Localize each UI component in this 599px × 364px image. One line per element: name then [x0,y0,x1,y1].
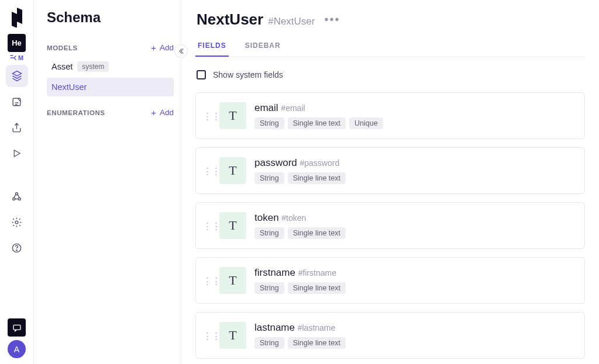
system-tag: system [77,61,109,72]
field-pill: Single line text [288,227,346,239]
model-header: NextUser #NextUser ••• [197,11,585,29]
model-item-nextuser[interactable]: NextUser [47,78,174,96]
user-avatar[interactable]: A [8,340,26,358]
field-pill: Single line text [288,337,346,349]
field-pill: String [254,117,284,129]
nav-help[interactable] [6,237,28,259]
field-api-id: #token [281,213,306,223]
field-name: token [254,212,281,223]
field-name: password [254,157,300,168]
field-name: email [254,102,281,113]
nav-content[interactable] [6,91,28,113]
field-pill: String [254,337,284,349]
project-subcode: M [10,54,23,61]
models-label: MODELS [47,44,78,51]
model-item-label: Asset [51,62,73,71]
nav-settings[interactable] [6,211,28,233]
field-pill-row: StringSingle line textUnique [254,117,383,129]
field-type-icon: T [219,157,246,184]
field-meta: password #passwordStringSingle line text [254,157,346,184]
field-type-icon: T [219,267,246,294]
enums-label: ENUMERATIONS [47,109,105,116]
model-more-menu[interactable]: ••• [324,13,340,26]
field-meta: token #tokenStringSingle line text [254,212,346,239]
schema-sidebar: Schema MODELS + Add AssetsystemNextUser … [34,0,181,364]
field-pill: String [254,227,284,239]
field-name: lastname [254,322,298,333]
show-system-fields-toggle[interactable]: Show system fields [197,70,585,79]
tab-fields[interactable]: FIELDS [195,41,229,57]
model-item-label: NextUser [51,82,87,92]
field-meta: email #emailStringSingle line textUnique [254,102,383,129]
tab-sidebar[interactable]: SIDEBAR [243,41,283,57]
field-api-id: #email [281,103,305,113]
field-pill: Single line text [288,117,346,129]
field-pill-row: StringSingle line text [254,227,346,239]
svg-point-1 [13,197,15,200]
field-pill: Single line text [288,282,346,294]
nav-schema[interactable] [6,65,28,87]
model-title: NextUser [197,11,263,29]
svg-point-2 [18,197,20,200]
field-meta: firstname #firstnameStringSingle line te… [254,267,346,294]
add-enum-button[interactable]: + Add [151,108,174,117]
field-pill: Unique [349,117,383,129]
drag-handle-icon[interactable]: ⋮⋮ [203,112,211,120]
field-card-email[interactable]: ⋮⋮Temail #emailStringSingle line textUni… [195,92,585,139]
field-api-id: #password [300,158,339,168]
collapse-sidebar-button[interactable] [174,44,188,58]
field-card-lastname[interactable]: ⋮⋮Tlastname #lastnameStringSingle line t… [195,312,585,359]
field-name: firstname [254,267,298,278]
field-type-icon: T [219,212,246,239]
models-section-header: MODELS + Add [47,43,174,52]
icon-rail: He M [0,0,34,364]
field-pill: Single line text [288,172,346,184]
field-type-icon: T [219,102,246,129]
checkbox-icon [197,70,206,79]
tabs: FIELDSSIDEBAR [195,41,585,57]
field-api-id: #firstname [298,268,336,278]
field-type-icon: T [219,322,246,349]
svg-point-4 [15,221,18,224]
sidebar-title: Schema [47,9,174,26]
nav-webhooks[interactable] [6,185,28,207]
field-meta: lastname #lastnameStringSingle line text [254,322,346,349]
main-pane: NextUser #NextUser ••• FIELDSSIDEBAR Sho… [181,0,599,364]
svg-rect-7 [13,325,20,330]
nav-feedback[interactable] [8,318,26,337]
drag-handle-icon[interactable]: ⋮⋮ [203,276,211,285]
svg-point-6 [16,249,17,250]
plus-icon: + [151,108,156,117]
drag-handle-icon[interactable]: ⋮⋮ [203,167,211,175]
field-pill-row: StringSingle line text [254,337,346,349]
nav-playground[interactable] [6,142,28,164]
enums-section-header: ENUMERATIONS + Add [47,108,174,117]
project-badge[interactable]: He [8,34,26,52]
app-logo[interactable] [7,5,27,30]
field-card-token[interactable]: ⋮⋮Ttoken #tokenStringSingle line text [195,202,585,249]
field-pill-row: StringSingle line text [254,172,346,184]
model-api-id: #NextUser [268,16,315,27]
drag-handle-icon[interactable]: ⋮⋮ [203,221,211,230]
field-pill: String [254,172,284,184]
drag-handle-icon[interactable]: ⋮⋮ [203,331,211,340]
field-pill-row: StringSingle line text [254,282,346,294]
nav-assets[interactable] [6,116,28,138]
field-card-password[interactable]: ⋮⋮Tpassword #passwordStringSingle line t… [195,147,585,194]
field-api-id: #lastname [298,323,336,332]
add-model-button[interactable]: + Add [151,43,174,52]
plus-icon: + [151,43,156,52]
model-item-asset[interactable]: Assetsystem [47,57,174,77]
field-pill: String [254,282,284,294]
field-card-firstname[interactable]: ⋮⋮Tfirstname #firstnameStringSingle line… [195,257,585,304]
